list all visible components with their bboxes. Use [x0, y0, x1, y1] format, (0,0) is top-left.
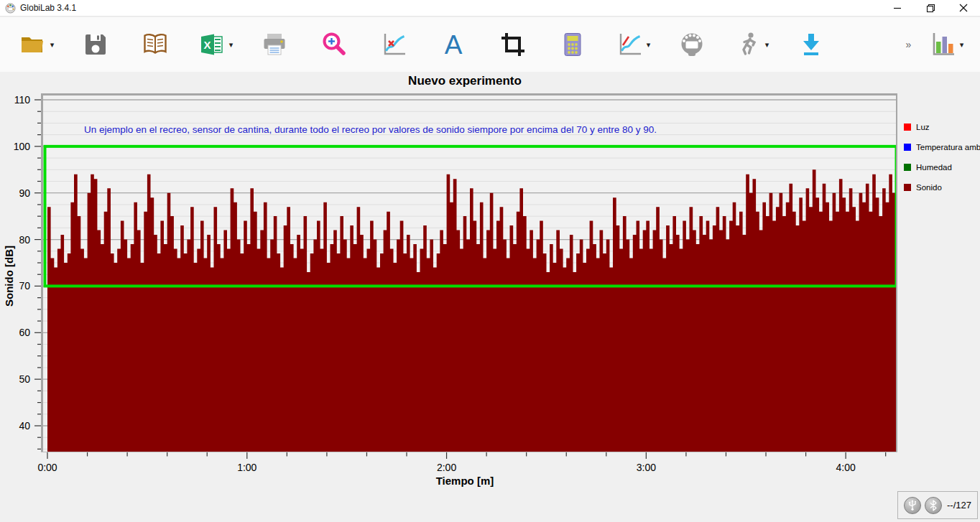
y-tick-label: 50	[0, 373, 30, 386]
legend-label: Temperatura amb	[916, 143, 980, 152]
y-tick-label: 90	[0, 187, 30, 200]
delete-marker-icon	[379, 30, 408, 59]
y-tick-label: 110	[0, 93, 30, 106]
save-icon	[81, 30, 110, 59]
chevron-down-icon: ▾	[647, 40, 651, 50]
logger-device-icon	[678, 30, 706, 59]
excel-export-icon: X	[197, 30, 227, 59]
chart-annotation[interactable]: Un ejemplo en el recreo, sensor de canti…	[84, 124, 657, 135]
app-logo-icon	[5, 3, 16, 14]
print-icon	[260, 30, 289, 59]
chart-type-icon	[928, 30, 958, 59]
y-axis-title: Sonido [dB]	[3, 244, 15, 309]
restore-icon	[926, 4, 935, 13]
print-button[interactable]	[254, 26, 295, 63]
toolbar-overflow-button[interactable]: »	[898, 39, 920, 50]
title-bar: GlobiLab 3.4.1	[0, 0, 980, 17]
save-button[interactable]	[75, 26, 116, 63]
bluetooth-icon	[929, 500, 938, 511]
chevron-down-icon: ▾	[960, 40, 964, 50]
download-icon	[797, 30, 826, 59]
x-tick-label: 4:00	[823, 461, 869, 474]
run-experiment-button[interactable]: ▾	[731, 26, 772, 63]
minimize-icon	[893, 4, 902, 12]
chevron-down-icon: ▾	[229, 40, 234, 50]
open-file-button[interactable]: ▾	[16, 26, 56, 63]
chart-title: Nuevo experimento	[32, 74, 897, 88]
chart-type-button[interactable]: ▾	[925, 26, 966, 63]
minimize-button[interactable]	[881, 0, 914, 16]
bluetooth-connection-button[interactable]	[925, 497, 942, 514]
legend-label: Humedad	[916, 163, 952, 172]
graph-display-button[interactable]: ▾	[612, 26, 652, 63]
legend-swatch	[904, 184, 911, 191]
x-tick-label: 0:00	[24, 461, 70, 474]
calculator-button[interactable]	[553, 26, 593, 63]
svg-text:X: X	[203, 39, 211, 51]
graph-display-icon	[614, 30, 644, 59]
x-tick-label: 3:00	[623, 461, 669, 474]
y-tick-label: 40	[0, 419, 30, 432]
legend-swatch	[904, 164, 911, 171]
legend-label: Luz	[916, 123, 930, 131]
text-annotation-icon: A	[439, 30, 468, 59]
device-counter: --/127	[947, 500, 971, 511]
download-button[interactable]	[791, 26, 831, 63]
legend-item[interactable]: Temperatura amb	[904, 137, 980, 157]
legend-item[interactable]: Sonido	[904, 177, 980, 197]
open-file-icon	[18, 30, 48, 59]
usb-connection-button[interactable]	[904, 497, 921, 514]
logger-device-button[interactable]	[672, 26, 712, 63]
plot-area[interactable]	[32, 93, 897, 462]
x-axis-title: Tiempo [m]	[32, 475, 897, 487]
restore-button[interactable]	[914, 0, 947, 16]
legend-item[interactable]: Luz	[904, 117, 980, 137]
x-tick-label: 1:00	[224, 461, 270, 474]
notebook-button[interactable]	[135, 26, 175, 63]
y-tick-label: 60	[0, 326, 30, 339]
legend-item[interactable]: Humedad	[904, 157, 980, 177]
y-tick-label: 100	[0, 140, 30, 153]
legend-swatch	[904, 144, 911, 151]
delete-marker-button[interactable]	[374, 26, 414, 63]
notebook-icon	[140, 30, 170, 59]
text-annotation-button[interactable]: A	[433, 26, 473, 63]
calculator-icon	[558, 30, 587, 59]
zoom-icon	[320, 30, 348, 59]
x-tick-label: 2:00	[424, 461, 470, 474]
crop-icon	[499, 30, 527, 59]
usb-icon	[907, 500, 917, 511]
legend-swatch	[904, 123, 911, 131]
zoom-button[interactable]	[314, 26, 354, 63]
close-icon	[959, 4, 968, 12]
chevron-down-icon: ▾	[765, 40, 769, 50]
chevron-down-icon: ▾	[50, 40, 55, 50]
toolbar: ▾ X	[0, 17, 980, 72]
app-window: GlobiLab 3.4.1	[0, 0, 980, 522]
svg-text:A: A	[445, 30, 463, 59]
close-button[interactable]	[947, 0, 980, 16]
excel-export-button[interactable]: X ▾	[195, 26, 235, 63]
run-experiment-icon	[734, 30, 763, 59]
legend: LuzTemperatura ambHumedadSonido	[904, 117, 980, 197]
window-title: GlobiLab 3.4.1	[20, 3, 76, 13]
crop-button[interactable]	[493, 26, 533, 63]
connection-status-box: --/127	[897, 491, 978, 519]
legend-label: Sonido	[916, 183, 942, 192]
